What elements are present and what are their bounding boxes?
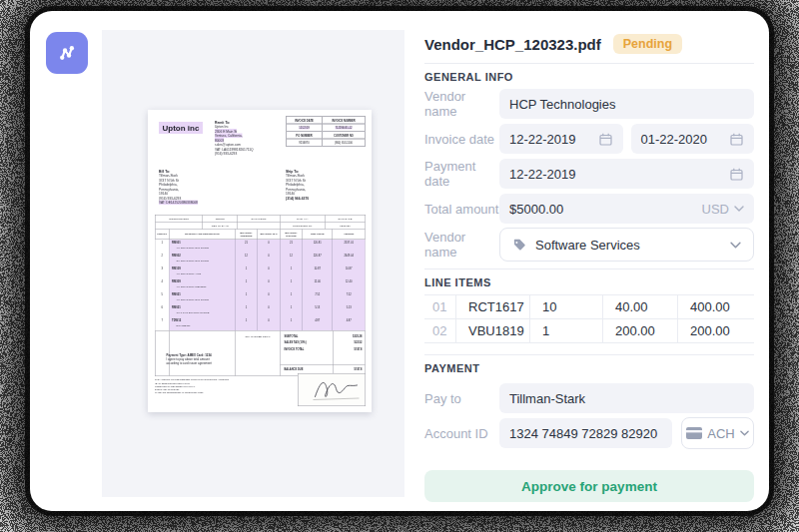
file-title: Vendor_HCP_120323.pdf bbox=[424, 36, 601, 53]
invoice-remit-to: Remit To: Upton Inc 2306 E Main St Ventu… bbox=[215, 120, 284, 156]
field-account-id: Account ID 1324 74849 72829 82920 ACH bbox=[424, 417, 754, 449]
line-item-row: 02 VBU1819 1 200.00 200.00 bbox=[424, 319, 754, 343]
divider bbox=[424, 268, 754, 269]
invoice-items-table: INSTRUCTIONS TERMS SHIP POINT SHIP VIA S… bbox=[155, 215, 366, 376]
chevron-down-icon bbox=[734, 206, 744, 212]
line-item-quantity: 10 bbox=[530, 295, 603, 318]
line-item-row: 01 RCT1617 10 40.00 400.00 bbox=[424, 295, 754, 319]
line-item-code: RCT1617 bbox=[456, 295, 530, 318]
line-item-index: 01 bbox=[424, 295, 456, 318]
vendor-name-label: Vendor name bbox=[424, 89, 499, 119]
section-payment: PAYMENT bbox=[424, 362, 754, 374]
field-pay-to: Pay to Tillman-Stark bbox=[424, 383, 754, 413]
line-items-table: 01 RCT1617 10 40.00 400.00 02 VBU1819 1 … bbox=[424, 294, 754, 343]
account-id-label: Account ID bbox=[424, 426, 499, 441]
line-item-quantity: 1 bbox=[530, 319, 603, 342]
invoice-page: Upton inc Remit To: Upton Inc 2306 E Mai… bbox=[148, 110, 372, 412]
pay-to-label: Pay to bbox=[424, 391, 499, 406]
payment-date-input[interactable]: 12-22-2019 bbox=[499, 159, 754, 189]
vendor-category-label: Vendor name bbox=[424, 230, 499, 260]
line-item-unit-price: 200.00 bbox=[603, 319, 678, 342]
field-payment-date: Payment date 12-22-2019 bbox=[424, 159, 754, 189]
invoice-bill-to: Bill To: Tillman-Stark 3747 N 5th St Phi… bbox=[159, 169, 228, 205]
field-total-amount: Total amount $5000.00 USD bbox=[424, 194, 754, 224]
total-amount-input[interactable]: $5000.00 USD bbox=[499, 194, 754, 224]
invoice-line-row: 3 RM109 4/4 10PVC DWH YUE 1 0 1 10.87 bbox=[156, 266, 366, 278]
divider bbox=[424, 63, 754, 64]
divider bbox=[424, 354, 754, 355]
calendar-icon[interactable] bbox=[598, 132, 613, 147]
invoice-line-row: 5 RM021 4/4 10PVC DWH/240 S/PIPE 1 0 1 7… bbox=[156, 291, 366, 304]
account-id-input[interactable]: 1324 74849 72829 82920 bbox=[499, 418, 672, 448]
invoice-date-input[interactable]: 12-22-2019 bbox=[499, 124, 623, 154]
invoice-content: Upton inc Remit To: Upton Inc 2306 E Mai… bbox=[148, 110, 372, 412]
payment-date-label: Payment date bbox=[424, 159, 499, 189]
invoice-info-table: INVOICE DATE INVOICE NUMBER 12/22/19 712… bbox=[286, 116, 366, 147]
field-vendor-category: Vendor name Software Services bbox=[424, 228, 754, 262]
app-logo bbox=[46, 32, 88, 74]
invoice-line-row: 7 TDW12 DWH/BDNN 1 0 1 4.87 4.87 bbox=[156, 317, 366, 330]
invoice-ship-to: Ship To: Tillman-Stark 3747 N 5th St Phi… bbox=[286, 169, 355, 201]
credit-card-icon bbox=[686, 427, 702, 439]
invoice-totals: QTY SHIPPED TOTAL SUBTOTAL 5225.28 SALES… bbox=[156, 330, 366, 376]
invoice-date-label: Invoice date bbox=[424, 132, 499, 147]
line-item-index: 02 bbox=[424, 319, 456, 342]
status-badge: Pending bbox=[613, 34, 682, 54]
calendar-icon[interactable] bbox=[729, 132, 744, 147]
currency-select[interactable]: USD bbox=[702, 202, 744, 217]
document-preview-panel: Upton inc Remit To: Upton Inc 2306 E Mai… bbox=[102, 30, 404, 497]
nanonets-logo-icon bbox=[54, 40, 80, 66]
total-amount-label: Total amount bbox=[424, 202, 499, 217]
chevron-down-icon bbox=[740, 430, 749, 436]
due-date-input[interactable]: 01-22-2020 bbox=[631, 124, 755, 154]
field-invoice-date: Invoice date 12-22-2019 01-22-2020 bbox=[424, 124, 754, 154]
field-vendor-name: Vendor name HCP Technologies bbox=[424, 89, 754, 119]
line-item-amount: 400.00 bbox=[678, 295, 754, 318]
section-general-info: GENERAL INFO bbox=[424, 71, 754, 83]
line-item-amount: 200.00 bbox=[678, 319, 754, 342]
invoice-line-row: 4 RM309 4/4 10PVC DWH/CEMENT 1 0 1 12.40 bbox=[156, 278, 366, 291]
invoice-line-rows: 1 RM001 4/4 10PVC DWH/240 S/PIPE 21 0 21… bbox=[156, 240, 366, 330]
invoice-company-logo: Upton inc bbox=[159, 122, 203, 134]
payment-method-select[interactable]: ACH bbox=[681, 417, 754, 449]
vendor-name-input[interactable]: HCP Technologies bbox=[499, 89, 754, 119]
invoice-signature-box bbox=[298, 373, 366, 406]
calendar-icon[interactable] bbox=[729, 167, 744, 182]
approve-for-payment-button[interactable]: Approve for payment bbox=[424, 470, 754, 502]
invoice-fine-print: THE AMOUNT WILL BE DEBITED FROM THE FOLL… bbox=[155, 378, 290, 394]
invoice-line-row: 2 RM002 2/4 10PVC DWH/240 S/PIPE 12 0 12… bbox=[156, 253, 366, 266]
invoice-payment-note: Payment Type: AMEX Card: 1234 I agree to… bbox=[167, 353, 232, 365]
line-item-code: VBU1819 bbox=[456, 319, 530, 342]
section-line-items: LINE ITEMS bbox=[424, 276, 754, 288]
app-card: Upton inc Remit To: Upton Inc 2306 E Mai… bbox=[30, 11, 769, 511]
vendor-category-select[interactable]: Software Services bbox=[499, 228, 754, 262]
screen: Upton inc Remit To: Upton Inc 2306 E Mai… bbox=[0, 0, 799, 532]
extraction-panel: Vendor_HCP_120323.pdf Pending GENERAL IN… bbox=[424, 33, 754, 502]
invoice-line-row: 1 RM001 4/4 10PVC DWH/240 S/PIPE 21 0 21… bbox=[156, 240, 366, 253]
document-header: Vendor_HCP_120323.pdf Pending bbox=[424, 33, 754, 55]
chevron-down-icon bbox=[730, 242, 741, 249]
invoice-line-row: 6 RM021 1/4 T PVC DWH/240 10/PIPE 1 0 1 … bbox=[156, 304, 366, 317]
pay-to-input[interactable]: Tillman-Stark bbox=[499, 383, 754, 413]
signature-icon bbox=[299, 374, 366, 406]
line-item-unit-price: 40.00 bbox=[603, 295, 678, 318]
tag-icon bbox=[512, 238, 526, 252]
